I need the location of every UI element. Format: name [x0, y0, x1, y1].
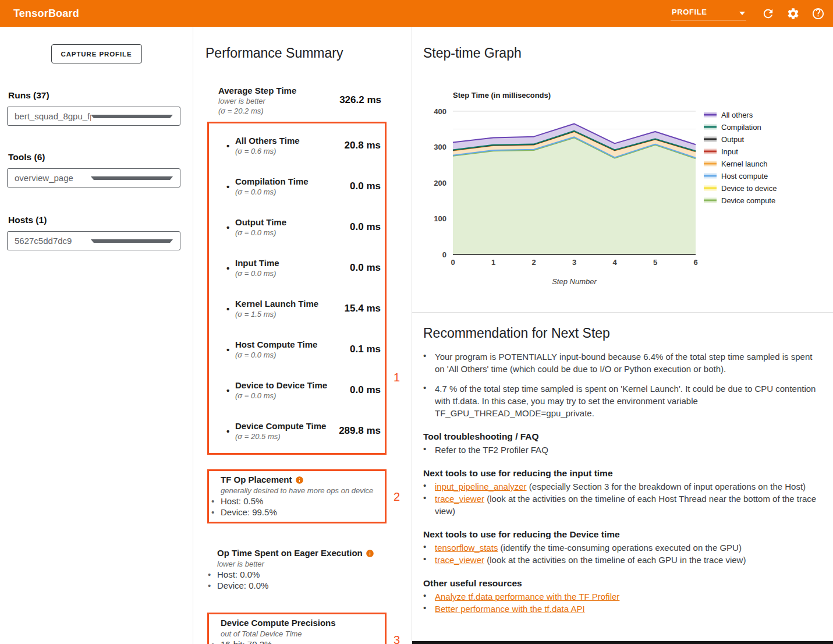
tf-op-placement-title-text: TF Op Placement [221, 474, 292, 486]
link[interactable]: Analyze tf.data performance with the TF … [435, 592, 619, 601]
annotation-box-1: •All Others Time(σ = 0.6 ms)20.8 ms•Comp… [207, 122, 387, 455]
device-precisions-title: Device Compute Precisions [209, 617, 381, 629]
metric-value: 15.4 ms [345, 303, 385, 314]
svg-text:Input: Input [721, 147, 738, 156]
metric-row: •Input Time(σ = 0.0 ms)0.0 ms [209, 247, 385, 288]
metric-label: Output Time [235, 217, 286, 228]
link[interactable]: input_pipeline_analyzer [435, 482, 527, 491]
svg-text:1: 1 [491, 258, 495, 267]
eager-execution-title-text: Op Time Spent on Eager Execution [217, 547, 363, 559]
performance-summary-panel: Performance Summary Average Step Time lo… [193, 27, 412, 644]
link[interactable]: tensorflow_stats [435, 543, 498, 553]
refresh-icon[interactable] [761, 7, 775, 20]
recommendation-item: •Analyze tf.data performance with the TF… [423, 590, 833, 603]
recommendation-list: •tensorflow_stats (identify the time-con… [423, 542, 821, 566]
metric-sigma: (σ = 0.0 ms) [235, 187, 309, 197]
list-item: •Device: 0.0% [205, 580, 408, 591]
tf-op-placement-note: generally desired to have more ops on de… [209, 486, 381, 496]
recommendation-item: •trace_viewer (look at the activities on… [423, 554, 833, 566]
metric-sigma: (σ = 1.5 ms) [235, 309, 318, 319]
hosts-select[interactable]: 5627c5dd7dc9 [7, 231, 180, 250]
chevron-down-icon [91, 115, 173, 118]
step-time-chart: Step Time (in milliseconds)0100200300400… [419, 87, 830, 295]
dashboard-select-label: PROFILE [672, 8, 735, 16]
recommendation-subhead: Other useful resources [423, 578, 821, 589]
metric-row: •All Others Time(σ = 0.6 ms)20.8 ms [209, 125, 385, 166]
bullet: • [226, 141, 235, 151]
chevron-down-icon [91, 239, 173, 243]
recommendation-list: •input_pipeline_analyzer (especially Sec… [423, 480, 821, 517]
info-icon[interactable] [366, 549, 374, 558]
svg-text:Device to device: Device to device [721, 184, 777, 193]
metric-sigma: (σ = 20.5 ms) [235, 431, 326, 441]
metric-sigma: (σ = 0.0 ms) [235, 228, 286, 238]
device-precisions-list: •16-bit: 70.2%•32-bit: 29.8% [209, 639, 381, 644]
runs-label: Runs (37) [8, 90, 193, 101]
recommendation-item: •Your program is POTENTIALLY input-bound… [423, 351, 831, 375]
bullet: • [226, 426, 235, 436]
average-step-time-sigma: (σ = 20.2 ms) [218, 106, 296, 116]
help-icon[interactable] [811, 7, 825, 20]
metric-label: Input Time [235, 257, 279, 268]
link[interactable]: Better performance with the tf.data API [435, 604, 585, 614]
dashboard-select[interactable]: PROFILE [671, 6, 746, 20]
link[interactable]: trace_viewer [435, 555, 484, 565]
recommendation-item: •Refer to the TF2 Profiler FAQ [423, 444, 833, 456]
annotation-label-3: 3 [394, 633, 400, 644]
annotation-box-3: Device Compute Precisions out of Total D… [207, 613, 387, 644]
capture-profile-button[interactable]: CAPTURE PROFILE [51, 44, 142, 63]
chevron-down-icon [739, 12, 745, 15]
svg-text:Step Number: Step Number [552, 277, 597, 286]
info-icon[interactable] [295, 476, 304, 484]
svg-text:400: 400 [434, 107, 446, 116]
tools-select[interactable]: overview_page [7, 168, 180, 187]
bullet: • [226, 182, 235, 192]
recommendation-subsections: Tool troubleshooting / FAQ•Refer to the … [423, 431, 821, 615]
svg-text:200: 200 [434, 179, 446, 187]
metric-label: Device to Device Time [235, 380, 327, 391]
chevron-down-icon [91, 176, 173, 180]
recommendation-list: •Analyze tf.data performance with the TF… [423, 590, 821, 615]
gear-icon[interactable] [786, 7, 800, 20]
bullet: • [226, 385, 235, 395]
runs-select-value: bert_squad_8gpu_fp16_pvt_thd [15, 111, 91, 121]
eager-execution-note: lower is better [205, 559, 408, 569]
svg-text:3: 3 [572, 258, 576, 267]
metric-sigma: (σ = 0.6 ms) [235, 146, 300, 156]
runs-select[interactable]: bert_squad_8gpu_fp16_pvt_thd [7, 107, 180, 126]
metric-label: Device Compute Time [235, 420, 326, 431]
metric-sigma: (σ = 0.0 ms) [235, 391, 327, 401]
average-step-time-note: lower is better [218, 96, 296, 106]
metric-label: All Others Time [235, 135, 300, 146]
metric-value: 0.0 ms [350, 221, 385, 233]
metric-list: •All Others Time(σ = 0.6 ms)20.8 ms•Comp… [209, 125, 385, 451]
recommendation-item: •Better performance with the tf.data API [423, 603, 833, 615]
metric-value: 0.0 ms [350, 181, 385, 192]
metric-label: Kernel Launch Time [235, 298, 318, 309]
main-content: CAPTURE PROFILE Runs (37) bert_squad_8gp… [0, 27, 833, 644]
header-toolbar: PROFILE [671, 6, 825, 20]
recommendation-subhead: Next tools to use for reducing the Devic… [423, 529, 821, 540]
metric-row: •Output Time(σ = 0.0 ms)0.0 ms [209, 207, 385, 247]
svg-text:5: 5 [653, 258, 657, 267]
metric-label: Compilation Time [235, 176, 309, 187]
recommendation-item: •trace_viewer (look at the activities on… [423, 493, 833, 517]
average-step-time-value: 326.2 ms [339, 94, 386, 106]
recommendation-bullets: •Your program is POTENTIALLY input-bound… [423, 351, 821, 419]
link[interactable]: trace_viewer [435, 494, 484, 504]
svg-text:300: 300 [434, 143, 446, 151]
list-item: •Host: 0.0% [205, 569, 408, 580]
recommendation-list: •Refer to the TF2 Profiler FAQ [423, 444, 821, 456]
device-precisions-title-text: Device Compute Precisions [221, 617, 336, 629]
recommendation-subhead: Next tools to use for reducing the input… [423, 468, 821, 479]
recommendation-item: •4.7 % of the total step time sampled is… [423, 383, 831, 419]
list-item: •Host: 0.5% [209, 496, 381, 507]
svg-text:100: 100 [434, 214, 446, 223]
hosts-label: Hosts (1) [8, 215, 193, 225]
svg-text:0: 0 [442, 250, 446, 259]
metric-row: •Compilation Time(σ = 0.0 ms)0.0 ms [209, 166, 385, 207]
hosts-select-value: 5627c5dd7dc9 [15, 236, 91, 246]
app-header: TensorBoard PROFILE [0, 0, 833, 27]
metric-row: •Device Compute Time(σ = 20.5 ms)289.8 m… [209, 411, 385, 451]
metric-label: Host Compute Time [235, 339, 317, 350]
